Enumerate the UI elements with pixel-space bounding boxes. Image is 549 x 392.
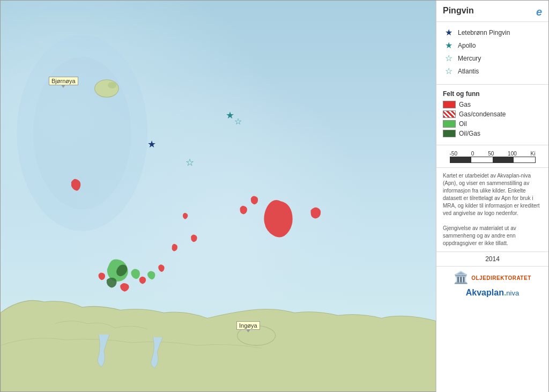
bjornoya-label: Bjørnøya bbox=[49, 77, 78, 85]
felt-label-oil: Oil bbox=[459, 120, 467, 128]
info-section: Kartet er utarbeidet av Akvaplan-niva (A… bbox=[436, 168, 548, 252]
year-section: 2014 bbox=[436, 252, 548, 267]
scale-bar bbox=[450, 157, 536, 163]
sidebar-icon-e: e bbox=[536, 6, 542, 18]
akvaplan-blue-text: Akvaplan bbox=[466, 288, 504, 297]
marker-mercury[interactable]: ☆ bbox=[234, 117, 242, 126]
sidebar-header: Pingvin e bbox=[436, 1, 548, 22]
svg-point-1 bbox=[33, 57, 131, 209]
oljedirektoratet-icon: 🏛️ bbox=[454, 271, 468, 285]
legend-section: ★ Letebrønn Pingvin ★ Apollo ☆ Mercury ☆… bbox=[436, 22, 548, 85]
logo-akvaplan: Akvaplan.niva bbox=[466, 288, 519, 298]
legend-star-pingvin: ★ bbox=[443, 27, 455, 38]
ingoya-label: Ingøya bbox=[236, 321, 260, 330]
scale-seg-1 bbox=[450, 157, 472, 162]
map-svg bbox=[1, 1, 436, 391]
logo-section: 🏛️ OLJEDIREKTORATET Akvaplan.niva bbox=[436, 267, 548, 302]
legend-star-apollo: ★ bbox=[443, 40, 455, 50]
marker-apollo[interactable]: ★ bbox=[226, 110, 234, 120]
oljedirektoratet-text: OLJEDIREKTORATET bbox=[471, 275, 531, 281]
legend-label-mercury: Mercury bbox=[458, 55, 481, 62]
scale-seg-3 bbox=[493, 157, 514, 162]
legend-item-atlantis: ☆ Atlantis bbox=[443, 66, 542, 76]
scale-seg-2 bbox=[471, 157, 493, 162]
legend-item-pingvin: ★ Letebrønn Pingvin bbox=[443, 27, 542, 38]
scale-seg-4 bbox=[514, 157, 535, 162]
scale-label-100: 100 bbox=[508, 151, 517, 157]
svg-point-3 bbox=[108, 82, 116, 88]
legend-label-pingvin: Letebrønn Pingvin bbox=[458, 29, 510, 36]
map-area: Bjørnøya Ingøya ★ ★ ☆ ☆ bbox=[1, 1, 436, 391]
logo-oljedirektoratet: 🏛️ OLJEDIREKTORATET bbox=[454, 271, 531, 285]
felt-label-gas: Gas bbox=[459, 101, 471, 108]
scale-labels: -50 0 50 100 Ki bbox=[450, 151, 536, 157]
scale-section: -50 0 50 100 Ki bbox=[436, 145, 548, 168]
legend-star-mercury: ☆ bbox=[443, 53, 455, 63]
svg-point-2 bbox=[95, 80, 119, 97]
felt-item-gas: Gas bbox=[443, 101, 542, 108]
felt-item-gas-condensate: Gas/condensate bbox=[443, 110, 542, 118]
sidebar: Pingvin e ★ Letebrønn Pingvin ★ Apollo ☆… bbox=[436, 1, 548, 392]
felt-item-oil: Oil bbox=[443, 120, 542, 128]
felt-label-gas-condensate: Gas/condensate bbox=[459, 110, 506, 118]
akvaplan-niva-text: niva bbox=[506, 289, 519, 297]
legend-star-atlantis: ☆ bbox=[443, 66, 455, 76]
legend-label-atlantis: Atlantis bbox=[458, 68, 479, 75]
scale-label-50: 50 bbox=[488, 151, 494, 157]
felt-item-oil-gas: Oil/Gas bbox=[443, 130, 542, 137]
legend-item-mercury: ☆ Mercury bbox=[443, 53, 542, 63]
felt-color-oil-gas bbox=[443, 130, 456, 137]
scale-label-ki: Ki bbox=[531, 151, 536, 157]
legend-label-apollo: Apollo bbox=[458, 42, 476, 49]
felt-color-gas-condensate bbox=[443, 110, 456, 118]
felt-color-oil bbox=[443, 120, 456, 128]
felt-title: Felt og funn bbox=[443, 90, 542, 98]
scale-label-minus50: -50 bbox=[450, 151, 457, 157]
app: Bjørnøya Ingøya ★ ★ ☆ ☆ Pingvin e ★ Lete… bbox=[0, 0, 549, 392]
scale-label-0: 0 bbox=[471, 151, 474, 157]
info-text-p2: Gjengivelse av materialet ut av sammenhe… bbox=[443, 225, 542, 247]
legend-item-apollo: ★ Apollo bbox=[443, 40, 542, 50]
felt-label-oil-gas: Oil/Gas bbox=[459, 130, 480, 137]
felt-section: Felt og funn Gas Gas/condensate Oil Oil/… bbox=[436, 85, 548, 145]
sidebar-title: Pingvin bbox=[443, 6, 474, 16]
info-text-p1: Kartet er utarbeidet av Akvaplan-niva (A… bbox=[443, 172, 542, 217]
marker-atlantis[interactable]: ☆ bbox=[186, 158, 194, 167]
year-label: 2014 bbox=[485, 255, 500, 263]
felt-color-gas bbox=[443, 101, 456, 108]
marker-pingvin[interactable]: ★ bbox=[147, 139, 156, 149]
